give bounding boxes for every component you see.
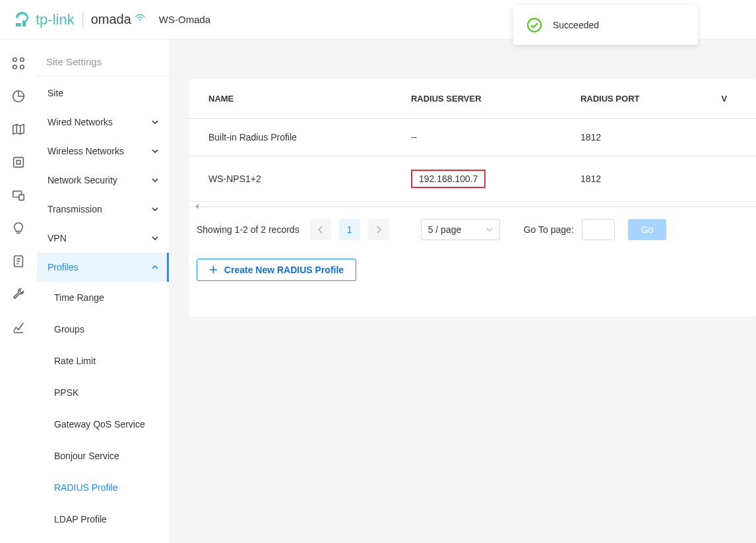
column-header[interactable]: RADIUS PORT	[571, 79, 712, 119]
svg-rect-7	[14, 158, 24, 168]
create-button-label: Create New RADIUS Profile	[224, 265, 344, 275]
svg-point-3	[13, 58, 17, 62]
tplink-logo-icon	[13, 11, 32, 29]
create-radius-profile-button[interactable]: + Create New RADIUS Profile	[197, 259, 356, 281]
dashboard-icon[interactable]	[11, 56, 26, 71]
svg-point-1	[139, 18, 141, 20]
device-icon[interactable]	[11, 155, 26, 170]
cell-name: Built-in Radius Profile	[189, 119, 402, 156]
sidebar-item-site[interactable]: Site	[37, 79, 169, 108]
plus-icon: +	[209, 263, 218, 277]
sidebar-item-label: Site	[47, 88, 63, 98]
records-info: Showing 1-2 of 2 records	[197, 224, 299, 235]
main-content: NAMERADIUS SERVERRADIUS PORTV Built-in R…	[169, 40, 756, 543]
svg-rect-8	[16, 160, 20, 164]
horizontal-scroll-hint[interactable]	[189, 202, 756, 207]
chevron-down-icon	[152, 119, 158, 125]
sidebar-item-vpn[interactable]: VPN	[37, 224, 169, 253]
chevron-right-icon	[376, 226, 381, 234]
radius-table: NAMERADIUS SERVERRADIUS PORTV Built-in R…	[189, 79, 756, 202]
cell-server: 192.168.100.7	[402, 156, 571, 202]
cell-server: --	[402, 119, 571, 156]
sidebar-item-profiles[interactable]: Profiles	[37, 253, 169, 282]
client-icon[interactable]	[11, 188, 26, 203]
cell-port: 1812	[571, 156, 712, 202]
chevron-down-icon	[152, 177, 158, 183]
prev-page-button[interactable]	[310, 219, 331, 240]
highlighted-server: 192.168.100.7	[411, 170, 486, 188]
chevron-down-icon	[486, 228, 493, 232]
cell-name: WS-NPS1+2	[189, 156, 402, 202]
map-icon[interactable]	[11, 122, 26, 137]
insight-icon[interactable]	[11, 221, 26, 236]
radius-panel: NAMERADIUS SERVERRADIUS PORTV Built-in R…	[189, 79, 756, 317]
svg-rect-0	[16, 23, 21, 26]
check-circle-icon	[526, 17, 542, 33]
sidebar-item-wireless-networks[interactable]: Wireless Networks	[37, 137, 169, 166]
chevron-down-icon	[152, 206, 158, 212]
sidebar-item-label: Transmission	[47, 204, 102, 214]
brand2-text: omada	[91, 12, 131, 27]
sidebar-section-title: Site Settings	[37, 53, 169, 76]
go-button[interactable]: Go	[628, 219, 667, 240]
submenu-item-gateway-qos-service[interactable]: Gateway QoS Service	[37, 408, 169, 440]
submenu-item-radius-profile[interactable]: RADIUS Profile	[37, 472, 169, 503]
sidebar-item-wired-networks[interactable]: Wired Networks	[37, 108, 169, 137]
settings-icon[interactable]	[11, 287, 26, 302]
sidebar-item-label: Profiles	[47, 262, 79, 272]
chevron-up-icon	[152, 264, 158, 271]
svg-point-5	[13, 65, 17, 69]
sidebar-item-transmission[interactable]: Transmission	[37, 195, 169, 224]
submenu-item-bonjour-service[interactable]: Bonjour Service	[37, 440, 169, 472]
submenu-item-ldap-profile[interactable]: LDAP Profile	[37, 503, 169, 535]
sidebar-item-label: VPN	[47, 233, 67, 243]
page-1-button[interactable]: 1	[339, 219, 360, 240]
svg-point-4	[20, 58, 24, 62]
brand1-text: tp-link	[36, 11, 75, 28]
chevron-down-icon	[152, 148, 158, 154]
chevron-down-icon	[152, 235, 158, 241]
goto-label: Go To page:	[524, 224, 574, 235]
sidebar-item-network-security[interactable]: Network Security	[37, 166, 169, 195]
table-row[interactable]: Built-in Radius Profile--1812	[189, 119, 756, 156]
sidebar: Site Settings SiteWired NetworksWireless…	[37, 40, 169, 543]
cell-extra	[712, 156, 756, 202]
site-name: WS-Omada	[159, 14, 210, 25]
sidebar-item-label: Wired Networks	[47, 117, 113, 127]
column-header[interactable]: NAME	[189, 79, 402, 119]
submenu-item-rate-limit[interactable]: Rate Limit	[37, 345, 169, 377]
next-page-button[interactable]	[368, 219, 389, 240]
cell-port: 1812	[571, 119, 712, 156]
omada-logo: omada	[91, 12, 146, 27]
wifi-icon	[134, 12, 146, 21]
column-header[interactable]: V	[712, 79, 756, 119]
table-row[interactable]: WS-NPS1+2192.168.100.71812	[189, 156, 756, 202]
sidebar-item-label: Network Security	[47, 175, 117, 185]
submenu-item-time-range[interactable]: Time Range	[37, 282, 169, 313]
page-size-value: 5 / page	[428, 224, 462, 235]
svg-point-2	[528, 18, 541, 32]
log-icon[interactable]	[11, 254, 26, 269]
page-size-select[interactable]: 5 / page	[421, 219, 500, 240]
submenu-item-ppsk[interactable]: PPSK	[37, 377, 169, 408]
pagination: Showing 1-2 of 2 records 1 5 / page Go T…	[189, 215, 756, 252]
pie-icon[interactable]	[11, 89, 26, 104]
cell-extra	[712, 119, 756, 156]
tplink-logo: tp-link	[13, 11, 75, 29]
icon-rail	[0, 40, 37, 543]
svg-rect-10	[19, 195, 24, 200]
success-toast: Succeeded	[513, 5, 698, 45]
toast-text: Succeeded	[553, 20, 599, 30]
svg-point-6	[20, 65, 24, 69]
report-icon[interactable]	[11, 320, 26, 335]
goto-page-input[interactable]	[582, 219, 615, 240]
sidebar-item-label: Wireless Networks	[47, 146, 124, 156]
logo-divider	[82, 11, 83, 28]
chevron-left-icon	[318, 226, 323, 234]
column-header[interactable]: RADIUS SERVER	[402, 79, 571, 119]
submenu-item-groups[interactable]: Groups	[37, 313, 169, 345]
